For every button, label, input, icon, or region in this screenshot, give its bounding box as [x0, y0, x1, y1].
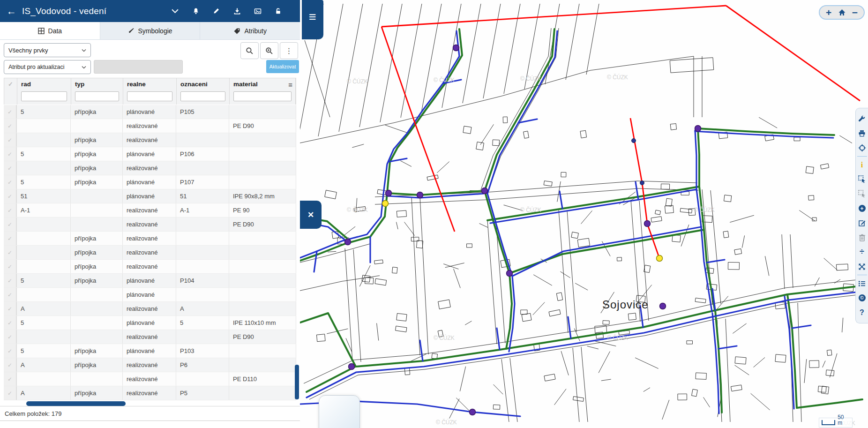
table-row[interactable]: ✓přípojkarealizované: [4, 246, 296, 260]
row-check-icon[interactable]: ✓: [4, 147, 17, 161]
table-row[interactable]: ✓realizovanéPE D110: [4, 372, 296, 386]
table-row[interactable]: ✓51plánované51IPE 90x8,2 mm: [4, 189, 296, 203]
column-header-realne[interactable]: realne: [123, 78, 177, 90]
svg-text:© ČÚZK: © ČÚZK: [434, 76, 455, 83]
table-row[interactable]: ✓ApřípojkarealizovanéP5: [4, 386, 296, 400]
cell-typ: přípojka: [71, 344, 123, 358]
edit-feature-icon[interactable]: [856, 216, 868, 230]
row-check-icon[interactable]: ✓: [4, 203, 17, 217]
add-feature-icon[interactable]: +: [856, 201, 868, 216]
column-header-typ[interactable]: typ: [71, 78, 123, 90]
row-check-icon[interactable]: ✓: [4, 232, 17, 245]
column-header-material[interactable]: material≡: [230, 78, 296, 90]
printer-icon[interactable]: [856, 126, 868, 141]
download-icon[interactable]: [233, 7, 241, 15]
row-check-icon[interactable]: ✓: [4, 358, 17, 372]
column-filter-oznaceni[interactable]: [180, 91, 225, 101]
row-check-icon[interactable]: ✓: [4, 288, 17, 301]
table-row[interactable]: ✓přípojkarealizované: [4, 260, 296, 274]
move-feature-icon[interactable]: [856, 259, 868, 274]
column-filter-realne[interactable]: [127, 91, 172, 101]
svg-text:© ČÚZK: © ČÚZK: [607, 74, 628, 81]
table-row[interactable]: ✓plánované: [4, 288, 296, 302]
deselect-features-icon: [856, 187, 868, 201]
select-features-icon[interactable]: [856, 172, 868, 187]
feature-filter-select[interactable]: Všechny prvky: [4, 43, 91, 57]
row-check-icon[interactable]: ✓: [4, 133, 17, 147]
column-filter-material[interactable]: [233, 91, 292, 101]
row-check-icon[interactable]: ✓: [4, 119, 17, 133]
bell-icon[interactable]: [192, 7, 200, 15]
legend-list-icon[interactable]: [856, 276, 868, 291]
home-icon[interactable]: [838, 9, 846, 16]
table-row[interactable]: ✓realizovanéPE D90: [4, 218, 296, 232]
back-arrow-icon[interactable]: ←: [7, 6, 16, 16]
table-row[interactable]: ✓A-1realizovanéA-1PE 90: [4, 203, 296, 218]
copyright-icon[interactable]: ©: [856, 291, 868, 305]
row-check-icon[interactable]: ✓: [4, 175, 17, 189]
menu-button[interactable]: ≡: [302, 0, 323, 39]
vertical-scrollbar[interactable]: [295, 365, 299, 399]
map-zoom-controls[interactable]: + −: [819, 5, 865, 20]
update-button[interactable]: Aktualizovat: [266, 60, 299, 73]
table-row[interactable]: ✓5přípojkaplánovanéP104: [4, 274, 296, 288]
row-check-icon[interactable]: ✓: [4, 105, 17, 119]
wrench-icon[interactable]: [856, 112, 868, 126]
table-row[interactable]: ✓5plánované5IPE 110x10 mm: [4, 316, 296, 330]
column-filter-rad[interactable]: [21, 91, 67, 101]
row-check-icon[interactable]: ✓: [4, 161, 17, 175]
row-check-icon[interactable]: ✓: [4, 218, 17, 231]
zoom-out-icon[interactable]: −: [852, 8, 858, 17]
row-check-icon[interactable]: ✓: [4, 302, 17, 315]
row-check-icon[interactable]: ✓: [4, 246, 17, 259]
table-row[interactable]: ✓ApřípojkarealizovanéP6: [4, 358, 296, 372]
split-feature-icon[interactable]: ÷: [856, 245, 868, 259]
map-canvas[interactable]: © ČÚZK© ČÚZK© ČÚZK© ČÚZK© ČÚZK© ČÚZK© ČÚ…: [300, 0, 868, 428]
table-row[interactable]: ✓přípojkarealizované: [4, 161, 296, 175]
table-row[interactable]: ✓ArealizovanéA: [4, 302, 296, 316]
table-row[interactable]: ✓5přípojkaplánovanéP105: [4, 105, 296, 119]
select-all-check[interactable]: ✓: [4, 78, 17, 90]
attribute-update-select[interactable]: Atribut pro aktualizaci: [4, 60, 91, 74]
table-row[interactable]: ✓5přípojkaplánovanéP106: [4, 147, 296, 161]
table-row[interactable]: ✓realizovanéPE D90: [4, 119, 296, 133]
tab-symbologie[interactable]: Symbologie: [100, 22, 201, 39]
row-check-icon[interactable]: ✓: [4, 372, 17, 386]
row-check-icon[interactable]: ✓: [4, 274, 17, 287]
row-check-icon[interactable]: ✓: [4, 189, 17, 203]
table-row[interactable]: ✓5přípojkaplánovanéP107: [4, 175, 296, 189]
column-header-rad[interactable]: rad: [17, 78, 71, 90]
info-icon[interactable]: i: [856, 158, 868, 172]
column-header-oznaceni[interactable]: oznaceni: [177, 78, 230, 90]
zoom-in-icon[interactable]: +: [826, 8, 831, 17]
row-check-icon[interactable]: ✓: [4, 330, 17, 344]
lock-icon[interactable]: [274, 7, 282, 15]
tab-atributy[interactable]: Atributy: [200, 22, 300, 39]
column-filter-typ[interactable]: [75, 91, 119, 101]
row-check-icon[interactable]: ✓: [4, 316, 17, 330]
zoom-search-button[interactable]: [260, 42, 278, 59]
cell-rad: 5: [17, 344, 71, 358]
table-row[interactable]: ✓přípojkarealizované: [4, 232, 296, 246]
row-check-icon[interactable]: ✓: [4, 386, 17, 400]
close-panel-button[interactable]: ✕: [300, 201, 322, 229]
chevron-down-icon[interactable]: [171, 7, 179, 15]
cell-rad: A: [17, 386, 71, 400]
tab-data[interactable]: Data: [0, 22, 100, 39]
row-check-icon[interactable]: ✓: [4, 344, 17, 358]
image-icon[interactable]: [254, 7, 262, 15]
help-icon[interactable]: ?: [856, 305, 868, 320]
column-menu-icon[interactable]: ≡: [288, 81, 292, 89]
search-button[interactable]: [240, 42, 259, 59]
table-row[interactable]: ✓5přípojkaplánovanéP103: [4, 344, 296, 358]
row-check-icon[interactable]: ✓: [4, 260, 17, 273]
table-row[interactable]: ✓přípojkarealizované: [4, 133, 296, 147]
crosshair-icon[interactable]: [856, 141, 868, 155]
minimap-widget[interactable]: [319, 395, 360, 428]
pencil-icon[interactable]: [212, 7, 220, 15]
more-options-button[interactable]: ⋮: [280, 42, 298, 59]
attribute-value-input[interactable]: [94, 60, 183, 74]
cell-typ: přípojka: [71, 358, 123, 372]
table-row[interactable]: ✓realizovanéPE D90: [4, 330, 296, 344]
horizontal-scrollbar[interactable]: [26, 401, 126, 406]
